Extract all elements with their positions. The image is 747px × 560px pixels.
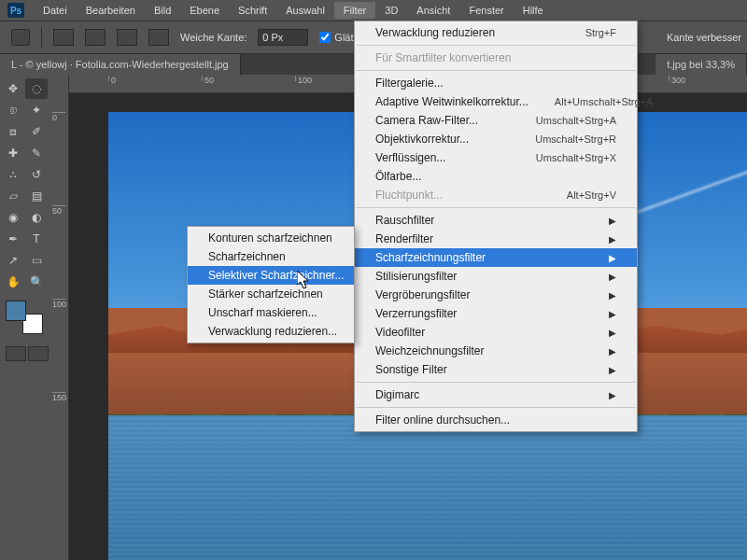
submenu-verwacklung-reduzieren-[interactable]: Verwacklung reduzieren... bbox=[188, 322, 354, 341]
menu-digimarc[interactable]: Digimarc▶ bbox=[355, 385, 637, 404]
menu-verzerrungsfilter[interactable]: Verzerrungsfilter▶ bbox=[355, 304, 637, 323]
selection-mode-subtract[interactable] bbox=[117, 29, 137, 46]
menu-oil-paint[interactable]: Ölfarbe... bbox=[355, 167, 637, 186]
menubar-bearbeiten[interactable]: Bearbeiten bbox=[77, 2, 145, 19]
filter-menu: Verwacklung reduzierenStrg+F Für Smartfi… bbox=[354, 21, 638, 432]
menubar-auswahl[interactable]: Auswahl bbox=[276, 2, 334, 19]
ruler-vertical[interactable]: 050100150 bbox=[50, 75, 69, 560]
menubar-datei[interactable]: Datei bbox=[34, 2, 77, 19]
menubar-bild[interactable]: Bild bbox=[145, 2, 180, 19]
feather-label: Weiche Kante: bbox=[180, 32, 247, 43]
toolbox: ✥◌⟄✦⧈✐✚✎⛬↺▱▤◉◐✒T↗▭✋🔍 bbox=[0, 75, 50, 560]
marquee-tool[interactable]: ◌ bbox=[25, 78, 48, 99]
menu-sonstige-filter[interactable]: Sonstige Filter▶ bbox=[355, 360, 637, 379]
menu-liquify[interactable]: Verflüssigen...Umschalt+Strg+X bbox=[355, 148, 637, 167]
menubar-schrift[interactable]: Schrift bbox=[229, 2, 276, 19]
path-tool[interactable]: ↗ bbox=[2, 250, 24, 271]
antialias-checkbox[interactable]: Glätt bbox=[319, 32, 356, 43]
lasso-tool[interactable]: ⟄ bbox=[2, 100, 24, 120]
menubar-3d[interactable]: 3D bbox=[375, 2, 407, 19]
brush-tool[interactable]: ✎ bbox=[25, 143, 48, 163]
menubar-ansicht[interactable]: Ansicht bbox=[407, 2, 459, 19]
feather-input[interactable] bbox=[258, 29, 308, 46]
marquee-ellipse-icon[interactable] bbox=[11, 29, 30, 46]
antialias-check[interactable] bbox=[319, 32, 331, 43]
menu-rauschfilter[interactable]: Rauschfilter▶ bbox=[355, 211, 637, 230]
document-tab[interactable]: L - © yellowj · Fotolia.com-Wiederherges… bbox=[0, 54, 241, 75]
submenu-unscharf-maskieren-[interactable]: Unscharf maskieren... bbox=[188, 303, 354, 322]
type-tool[interactable]: T bbox=[25, 229, 48, 249]
wand-tool[interactable]: ✦ bbox=[25, 100, 48, 120]
selection-mode-intersect[interactable] bbox=[148, 29, 169, 46]
document-tab[interactable]: t.jpg bei 33,3% bbox=[655, 54, 747, 75]
menu-videofilter[interactable]: Videofilter▶ bbox=[355, 323, 637, 342]
menu-adaptive-wide-angle[interactable]: Adaptive Weitwinkelkorrektur...Alt+Umsch… bbox=[355, 92, 637, 111]
crop-tool[interactable]: ⧈ bbox=[2, 121, 24, 142]
eraser-tool[interactable]: ▱ bbox=[2, 186, 24, 206]
pen-tool[interactable]: ✒ bbox=[2, 229, 24, 249]
history-tool[interactable]: ↺ bbox=[25, 164, 48, 185]
stamp-tool[interactable]: ⛬ bbox=[2, 164, 24, 185]
shape-tool[interactable]: ▭ bbox=[25, 250, 48, 271]
screenmode-toggle[interactable] bbox=[28, 346, 49, 361]
selection-mode-new[interactable] bbox=[53, 29, 74, 46]
foreground-color-swatch[interactable] bbox=[6, 301, 26, 321]
menu-camera-raw[interactable]: Camera Raw-Filter...Umschalt+Strg+A bbox=[355, 111, 637, 130]
menu-renderfilter[interactable]: Renderfilter▶ bbox=[355, 230, 637, 248]
menu-lens-correction[interactable]: Objektivkorrektur...Umschalt+Strg+R bbox=[355, 130, 637, 148]
submenu-scharfzeichnen[interactable]: Scharfzeichnen bbox=[188, 247, 354, 266]
submenu-stärker-scharfzeichnen[interactable]: Stärker scharfzeichnen bbox=[188, 285, 354, 303]
dodge-tool[interactable]: ◐ bbox=[25, 207, 48, 228]
hand-tool[interactable]: ✋ bbox=[2, 272, 24, 292]
menubar-ebene[interactable]: Ebene bbox=[180, 2, 229, 19]
zoom-tool[interactable]: 🔍 bbox=[25, 272, 48, 292]
refine-edge-button[interactable]: Kante verbesser bbox=[667, 32, 741, 43]
menu-stilisierungsfilter[interactable]: Stilisierungsfilter▶ bbox=[355, 267, 637, 286]
menu-filter-gallery[interactable]: Filtergalerie... bbox=[355, 74, 637, 92]
quickmask-toggle[interactable] bbox=[6, 346, 26, 361]
menu-vergr-berungsfilter[interactable]: Vergröberungsfilter▶ bbox=[355, 286, 637, 304]
blur-tool[interactable]: ◉ bbox=[2, 207, 24, 228]
move-tool[interactable]: ✥ bbox=[2, 78, 24, 99]
submenu-konturen-scharfzeichnen[interactable]: Konturen scharfzeichnen bbox=[188, 229, 354, 247]
menubar-filter[interactable]: Filter bbox=[334, 2, 375, 19]
menubar-hilfe[interactable]: Hilfe bbox=[514, 2, 553, 19]
menu-scharfzeichnungsfilter[interactable]: Scharfzeichnungsfilter▶ bbox=[355, 248, 637, 267]
submenu-selektiver-scharfzeichner-[interactable]: Selektiver Scharfzeichner... bbox=[188, 266, 354, 285]
menubar-fenster[interactable]: Fenster bbox=[459, 2, 513, 19]
color-swatches[interactable] bbox=[6, 301, 43, 334]
menubar: Ps DateiBearbeitenBildEbeneSchriftAuswah… bbox=[0, 0, 747, 21]
selection-mode-add[interactable] bbox=[85, 29, 106, 46]
app-logo: Ps bbox=[7, 3, 24, 18]
menu-weichzeichnungsfilter[interactable]: Weichzeichnungsfilter▶ bbox=[355, 342, 637, 360]
heal-tool[interactable]: ✚ bbox=[2, 143, 24, 163]
sharpen-submenu: Konturen scharfzeichnenScharfzeichnenSel… bbox=[187, 226, 355, 343]
gradient-tool[interactable]: ▤ bbox=[25, 186, 48, 206]
menu-vanishing-point: Fluchtpunkt...Alt+Strg+V bbox=[355, 186, 637, 204]
menu-convert-smart-filter: Für Smartfilter konvertieren bbox=[355, 49, 637, 67]
menu-repeat-last-filter[interactable]: Verwacklung reduzierenStrg+F bbox=[355, 23, 637, 42]
menu-browse-filters-online[interactable]: Filter online durchsuchen... bbox=[355, 411, 637, 429]
eyedropper-tool[interactable]: ✐ bbox=[25, 121, 48, 142]
